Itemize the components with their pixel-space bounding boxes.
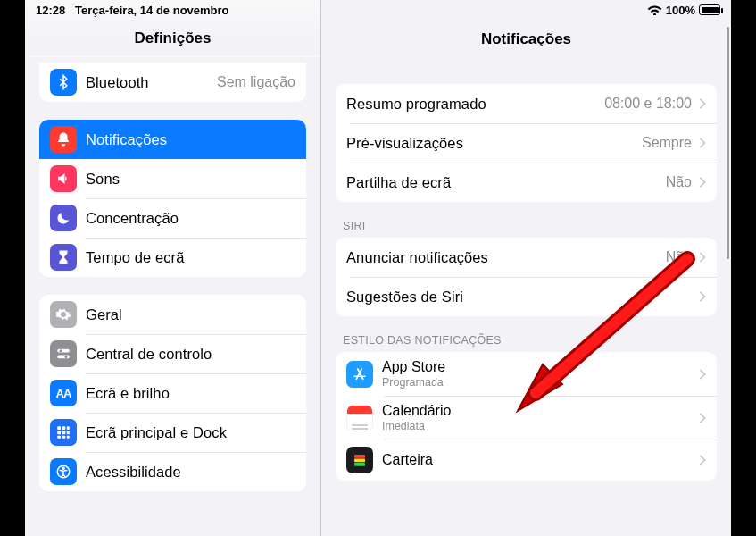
sidebar-item-value: Sem ligação (217, 74, 295, 90)
sidebar-item-sounds[interactable]: Sons (39, 159, 306, 198)
section-header-style: ESTILO DAS NOTIFICAÇÕES (336, 334, 717, 352)
app-title: App Store (382, 359, 692, 375)
row-label: Anunciar notificações (346, 249, 659, 266)
app-text: Calendário Imediata (382, 403, 692, 432)
app-subtitle: Imediata (382, 420, 692, 432)
sidebar-item-label: Tempo de ecrã (86, 249, 295, 266)
chevron-right-icon (699, 98, 706, 109)
app-row-appstore[interactable]: App Store Programada (336, 352, 717, 396)
device-frame: 12:28 Terça-feira, 14 de novembro 100% D… (0, 0, 756, 536)
svg-rect-6 (67, 426, 70, 430)
svg-rect-4 (57, 426, 61, 430)
sidebar-item-accessibility[interactable]: Acessibilidade (39, 452, 306, 491)
row-label: Resumo programado (346, 96, 597, 113)
chevron-right-icon (699, 138, 706, 148)
sidebar-item-label: Ecrã e brilho (86, 385, 295, 402)
appstore-icon (346, 361, 373, 388)
wallet-icon (346, 447, 373, 473)
row-value: Sempre (642, 135, 692, 151)
chevron-right-icon (699, 369, 706, 380)
svg-rect-16 (354, 459, 365, 463)
row-scheduled-summary[interactable]: Resumo programado 08:00 e 18:00 (336, 84, 717, 123)
svg-rect-12 (67, 436, 70, 439)
svg-rect-7 (57, 431, 61, 435)
svg-rect-8 (62, 431, 66, 435)
sidebar-scroll[interactable]: Bluetooth Sem ligação Notificações (25, 57, 320, 536)
status-time-date: 12:28 Terça-feira, 14 de novembro (36, 4, 229, 17)
app-row-calendar[interactable]: Calendário Imediata (336, 396, 717, 440)
detail-group-main: Resumo programado 08:00 e 18:00 Pré-visu… (336, 84, 717, 202)
wifi-icon (647, 4, 662, 15)
hourglass-icon (50, 244, 77, 271)
sidebar-item-label: Bluetooth (86, 74, 210, 91)
sidebar-item-controlcenter[interactable]: Central de controlo (39, 334, 306, 373)
settings-sidebar: Definições Bluetooth Sem ligação (25, 0, 321, 536)
app-row-wallet[interactable]: Carteira (336, 440, 717, 481)
row-label: Pré-visualizações (346, 135, 635, 152)
row-announce[interactable]: Anunciar notificações Não (336, 238, 717, 277)
svg-point-3 (65, 356, 68, 358)
row-label: Partilha de ecrã (346, 174, 659, 191)
svg-rect-15 (354, 455, 365, 458)
status-bar: 12:28 Terça-feira, 14 de novembro 100% (25, 0, 731, 20)
moon-icon (50, 205, 77, 231)
sidebar-item-focus[interactable]: Concentração (39, 198, 306, 238)
row-value: Não (666, 249, 692, 265)
bluetooth-icon (50, 69, 77, 96)
battery-pct: 100% (666, 4, 695, 17)
chevron-right-icon (699, 291, 706, 302)
detail-group-apps: App Store Programada Calendário Imediata (336, 352, 717, 481)
row-previews[interactable]: Pré-visualizações Sempre (336, 123, 717, 163)
row-screensharing[interactable]: Partilha de ecrã Não (336, 163, 717, 202)
row-label: Sugestões de Siri (346, 289, 692, 306)
status-time: 12:28 (36, 4, 65, 17)
row-value: 08:00 e 18:00 (604, 96, 692, 112)
svg-rect-0 (57, 349, 70, 353)
sidebar-item-bluetooth[interactable]: Bluetooth Sem ligação (39, 63, 306, 102)
svg-rect-5 (62, 426, 66, 430)
sidebar-group-notifications: Notificações Sons Concentr (39, 120, 306, 277)
row-value: Não (666, 174, 692, 190)
detail-pane: Notificações Resumo programado 08:00 e 1… (321, 0, 731, 536)
split-view: Definições Bluetooth Sem ligação (25, 0, 731, 536)
app-text: Carteira (382, 452, 692, 469)
row-siri-suggestions[interactable]: Sugestões de Siri (336, 277, 717, 316)
sidebar-item-label: Central de controlo (86, 346, 295, 363)
svg-point-2 (60, 349, 62, 352)
gear-icon (50, 301, 77, 328)
grid-icon (50, 419, 77, 446)
accessibility-icon (50, 458, 77, 485)
sidebar-item-screentime[interactable]: Tempo de ecrã (39, 238, 306, 277)
chevron-right-icon (699, 455, 706, 465)
sidebar-group-general: Geral Central de controlo AA Ecrã e bril… (39, 295, 306, 491)
speaker-icon (50, 165, 77, 192)
sidebar-item-label: Acessibilidade (86, 464, 295, 481)
scroll-indicator[interactable] (727, 27, 729, 259)
switches-icon (50, 340, 77, 367)
sidebar-item-homescreen[interactable]: Ecrã principal e Dock (39, 413, 306, 452)
chevron-right-icon (699, 252, 706, 263)
svg-rect-10 (57, 436, 61, 439)
svg-point-14 (62, 467, 64, 469)
svg-rect-9 (67, 431, 70, 435)
sidebar-item-label: Ecrã principal e Dock (86, 424, 295, 441)
svg-rect-11 (62, 436, 66, 439)
sidebar-item-label: Sons (86, 171, 295, 188)
sidebar-item-notifications[interactable]: Notificações (39, 120, 306, 159)
svg-rect-1 (57, 356, 70, 359)
calendar-icon (346, 405, 373, 431)
sidebar-item-display[interactable]: AA Ecrã e brilho (39, 373, 306, 413)
text-size-icon: AA (50, 380, 77, 406)
battery-icon (699, 4, 720, 15)
app-subtitle: Programada (382, 376, 692, 389)
app-title: Calendário (382, 403, 692, 419)
status-right: 100% (647, 4, 720, 17)
app-title: Carteira (382, 452, 692, 468)
section-header-siri: SIRI (336, 220, 717, 238)
status-date: Terça-feira, 14 de novembro (75, 4, 228, 17)
svg-rect-17 (354, 463, 365, 466)
screen: 12:28 Terça-feira, 14 de novembro 100% D… (25, 0, 731, 536)
detail-scroll[interactable]: Resumo programado 08:00 e 18:00 Pré-visu… (321, 57, 731, 536)
sidebar-item-general[interactable]: Geral (39, 295, 306, 334)
app-text: App Store Programada (382, 359, 692, 389)
